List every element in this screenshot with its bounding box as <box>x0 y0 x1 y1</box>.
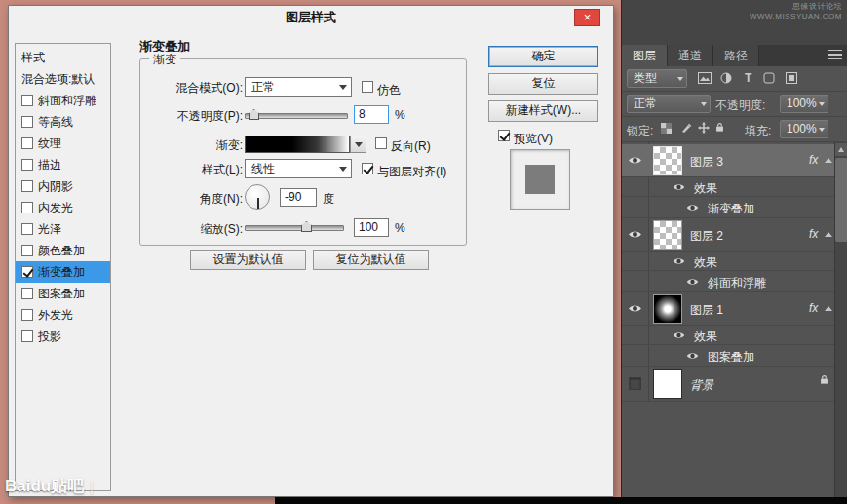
checkbox-icon[interactable] <box>21 95 33 106</box>
checkbox-checked-icon[interactable] <box>21 266 33 278</box>
layer-name[interactable]: 背景 <box>690 377 713 394</box>
layer-name[interactable]: 图层 1 <box>690 302 723 319</box>
scale-field[interactable]: 100 <box>354 218 389 237</box>
pixel-filter-icon[interactable] <box>698 72 712 87</box>
scrollbar-thumb[interactable] <box>835 158 847 242</box>
checkbox-icon[interactable] <box>21 309 33 321</box>
scale-slider[interactable] <box>245 225 344 231</box>
effect-name: 图案叠加 <box>708 349 754 366</box>
effects-header-row[interactable] <box>622 326 834 345</box>
reverse-checkbox[interactable] <box>375 137 387 149</box>
style-item-contour[interactable]: 等高线 <box>16 111 110 133</box>
panel-menu-icon[interactable] <box>828 50 842 61</box>
blend-mode-dropdown[interactable]: 正常 <box>245 77 352 97</box>
visibility-empty-well[interactable] <box>629 377 641 390</box>
gradient-picker-button[interactable] <box>350 136 366 153</box>
angle-dial[interactable] <box>245 184 270 210</box>
style-item-drop-shadow[interactable]: 投影 <box>16 326 110 347</box>
scroll-up-button[interactable] <box>835 143 847 156</box>
eye-icon[interactable] <box>686 350 699 364</box>
checkbox-icon[interactable] <box>21 180 33 192</box>
reset-default-button[interactable]: 复位为默认值 <box>313 250 429 270</box>
angle-field[interactable]: -90 <box>280 188 317 207</box>
checkbox-icon[interactable] <box>21 245 33 256</box>
eye-icon[interactable] <box>673 330 685 343</box>
style-item-gradient-overlay[interactable]: 渐变叠加 <box>16 261 110 283</box>
style-item-inner-glow[interactable]: 内发光 <box>16 197 110 218</box>
layer-name[interactable]: 图层 3 <box>690 154 723 171</box>
smart-object-filter-icon[interactable] <box>786 72 797 87</box>
style-item-outer-glow[interactable]: 外发光 <box>16 304 110 326</box>
style-item-texture[interactable]: 纹理 <box>16 133 110 154</box>
style-item-satin[interactable]: 光泽 <box>16 218 110 240</box>
new-style-button[interactable]: 新建样式(W)... <box>488 100 598 122</box>
gradient-swatch[interactable] <box>245 136 350 153</box>
eye-icon[interactable] <box>673 181 685 195</box>
style-item-bevel-emboss[interactable]: 斜面和浮雕 <box>16 90 110 111</box>
collapse-effects-icon[interactable] <box>825 232 832 237</box>
effects-header-label: 效果 <box>694 254 717 271</box>
tab-layers[interactable]: 图层 <box>622 45 668 66</box>
checkbox-icon[interactable] <box>21 202 33 213</box>
layer-thumbnail[interactable] <box>653 294 682 324</box>
eye-icon[interactable] <box>628 155 642 169</box>
checkbox-icon[interactable] <box>21 159 33 171</box>
fx-icon[interactable]: fx <box>809 227 818 241</box>
reset-button[interactable]: 复位 <box>488 73 598 95</box>
eye-icon[interactable] <box>628 229 642 243</box>
fill-dropdown[interactable]: 100% <box>780 120 828 138</box>
preview-checkbox[interactable] <box>498 130 510 141</box>
fx-icon[interactable]: fx <box>809 301 818 315</box>
eye-icon[interactable] <box>673 255 685 269</box>
checkbox-icon[interactable] <box>21 137 33 149</box>
checkbox-icon[interactable] <box>21 223 33 235</box>
layer-thumbnail[interactable] <box>653 369 682 399</box>
ok-button[interactable]: 确定 <box>488 46 598 67</box>
lock-paint-icon[interactable] <box>680 122 692 136</box>
tieba-watermark: Baidu贴吧| <box>5 475 94 497</box>
eye-icon[interactable] <box>628 303 642 317</box>
effects-header-row[interactable] <box>622 252 834 271</box>
dither-checkbox[interactable] <box>362 81 373 93</box>
style-item-inner-shadow[interactable]: 内阴影 <box>16 175 110 197</box>
align-with-layer-checkbox[interactable] <box>362 163 373 174</box>
shape-filter-icon[interactable] <box>763 72 775 87</box>
dialog-title[interactable]: 图层样式 <box>9 6 613 31</box>
lock-all-icon[interactable] <box>715 122 724 136</box>
fx-icon[interactable]: fx <box>809 153 818 167</box>
checkbox-icon[interactable] <box>21 330 33 342</box>
tab-paths[interactable]: 路径 <box>713 45 759 66</box>
effects-header-row[interactable] <box>622 177 834 197</box>
lock-position-icon[interactable] <box>698 122 710 136</box>
opacity-field[interactable]: 8 <box>354 105 389 124</box>
collapse-effects-icon[interactable] <box>825 158 832 163</box>
type-filter-icon[interactable]: T <box>745 71 751 85</box>
photoshop-screen: 图层样式 × 样式 混合选项:默认 斜面和浮雕 等高线 纹理 描边 内阴影 内发… <box>0 0 847 504</box>
set-default-button[interactable]: 设置为默认值 <box>190 250 306 270</box>
opacity-slider[interactable] <box>245 113 348 119</box>
eye-icon[interactable] <box>686 202 699 215</box>
kind-filter-dropdown[interactable]: 类型 <box>627 69 687 88</box>
layer-thumbnail[interactable] <box>653 220 682 250</box>
tab-channels[interactable]: 通道 <box>668 45 713 66</box>
eye-icon[interactable] <box>686 276 699 290</box>
style-item-pattern-overlay[interactable]: 图案叠加 <box>16 283 110 304</box>
chevron-down-icon <box>819 102 825 109</box>
lock-transparency-icon[interactable] <box>661 123 672 136</box>
layer-thumbnail[interactable] <box>653 146 682 175</box>
adjustment-filter-icon[interactable] <box>720 72 732 87</box>
layer-blend-mode-dropdown[interactable]: 正常 <box>627 95 711 113</box>
checkbox-icon[interactable] <box>21 116 33 128</box>
fill-label: 填充: <box>745 123 771 139</box>
style-list: 样式 混合选项:默认 斜面和浮雕 等高线 纹理 描边 内阴影 内发光 光泽 颜色… <box>15 43 111 491</box>
style-item-blending-options[interactable]: 混合选项:默认 <box>16 68 110 90</box>
style-item-styles[interactable]: 样式 <box>16 47 110 68</box>
close-button[interactable]: × <box>574 9 600 26</box>
style-item-stroke[interactable]: 描边 <box>16 154 110 175</box>
layer-name[interactable]: 图层 2 <box>690 228 723 245</box>
checkbox-icon[interactable] <box>21 288 33 299</box>
collapse-effects-icon[interactable] <box>825 306 832 311</box>
layer-opacity-dropdown[interactable]: 100% <box>780 95 828 113</box>
style-dropdown[interactable]: 线性 <box>245 159 352 178</box>
style-item-color-overlay[interactable]: 颜色叠加 <box>16 240 110 261</box>
